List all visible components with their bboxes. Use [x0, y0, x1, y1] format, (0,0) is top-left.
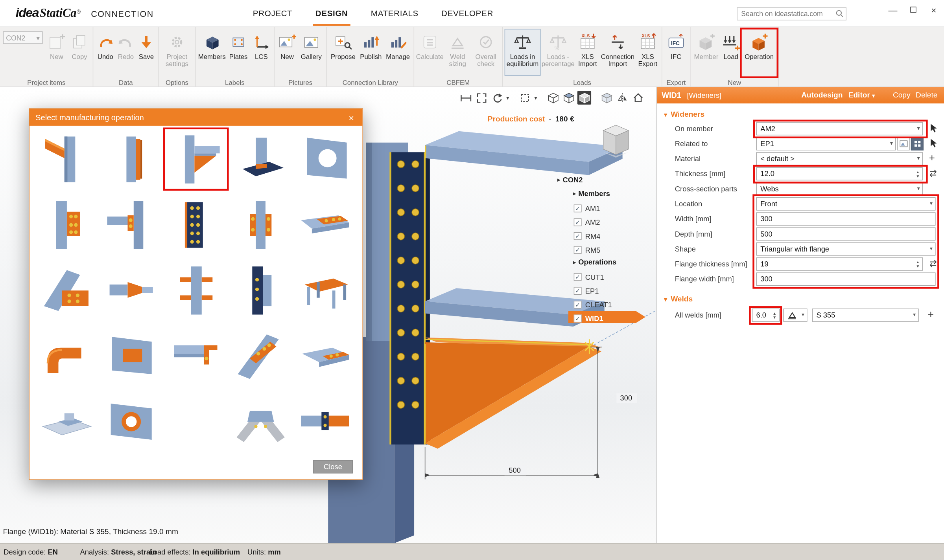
ribbon-propose-button[interactable]: Propose — [329, 29, 358, 75]
related-to-dropdown[interactable]: EP1▾ — [756, 137, 896, 151]
ribbon-xls-import-button[interactable]: XLS XLS Import — [575, 29, 599, 75]
related-picture-button[interactable] — [897, 137, 910, 151]
operation-thumbnail-connecting-plate[interactable] — [37, 196, 96, 253]
mirror-view-icon[interactable] — [615, 91, 629, 105]
rotate-view-dropdown-icon[interactable]: ▾ — [506, 95, 509, 101]
ribbon-new-picture-button[interactable]: New — [277, 29, 298, 75]
weld-type-dropdown[interactable]: ▾ — [783, 308, 807, 322]
ribbon-gallery-button[interactable]: Gallery — [298, 29, 324, 75]
spinner-arrows-icon[interactable]: ▲▼ — [914, 258, 922, 270]
member-checkbox[interactable]: ✓ — [574, 232, 582, 240]
operation-thumbnail-bend[interactable] — [37, 327, 96, 384]
tree-root[interactable]: CON2 — [562, 175, 583, 184]
rotate-view-icon[interactable] — [490, 91, 504, 105]
copy-operation-button[interactable]: Copy — [893, 91, 911, 99]
ribbon-weld-sizing-button[interactable]: Weld sizing — [444, 29, 471, 75]
delete-operation-button[interactable]: Delete — [916, 91, 937, 99]
menu-materials[interactable]: MATERIALS — [371, 0, 419, 27]
operation-thumbnail-diagonal-plate[interactable] — [231, 327, 291, 384]
operation-thumbnail-cleat[interactable] — [101, 196, 161, 253]
view-solid-icon[interactable] — [577, 91, 591, 105]
pick-related-pointer-icon[interactable] — [928, 137, 939, 149]
ribbon-calculate-button[interactable]: Calculate — [416, 29, 444, 75]
operation-thumbnail-widener[interactable] — [166, 130, 226, 187]
search-input[interactable] — [741, 8, 832, 19]
thickness-spinner[interactable]: 12.0▲▼ — [756, 167, 923, 181]
ribbon-redo-button[interactable]: Redo — [116, 29, 136, 75]
wideners-section-header[interactable]: ▾Wideners — [664, 110, 704, 118]
welds-section-header[interactable]: ▾Welds — [664, 295, 693, 303]
menu-project[interactable]: PROJECT — [253, 0, 293, 27]
tree-members-header[interactable]: Members — [578, 189, 610, 197]
ribbon-operation-button[interactable]: Operation — [742, 29, 777, 75]
on-member-dropdown[interactable]: AM2▾ — [756, 122, 923, 136]
ribbon-loads-in-equilibrium-button[interactable]: Loads in equilibrium — [505, 29, 541, 75]
tree-operation-item[interactable]: CLEAT1 — [585, 301, 612, 309]
section-view-dropdown-icon[interactable]: ▾ — [534, 95, 537, 101]
ribbon-connection-import-button[interactable]: Connection Import — [599, 29, 636, 75]
connection-selector[interactable]: CON2▾ — [3, 31, 43, 44]
search-box[interactable] — [737, 7, 846, 20]
member-checkbox[interactable]: ✓ — [574, 218, 582, 226]
section-view-icon[interactable] — [518, 91, 532, 105]
operation-thumbnail-cone[interactable] — [101, 262, 161, 319]
view-shaded-icon[interactable] — [562, 91, 575, 105]
depth-input[interactable]: 500 — [756, 228, 935, 241]
flange-thickness-spinner[interactable]: 19▲▼ — [756, 257, 923, 271]
minimize-button[interactable]: — — [883, 0, 903, 19]
member-checkbox[interactable]: ✓ — [574, 246, 582, 254]
dialog-close-button[interactable]: Close — [313, 460, 353, 474]
tree-operations-header[interactable]: Operations — [578, 258, 616, 266]
ribbon-copy-item-button[interactable]: Copy — [68, 29, 91, 75]
all-welds-spinner[interactable]: 6.0▲▼ — [752, 308, 780, 322]
operation-thumbnail-stiffening-plates[interactable] — [231, 262, 291, 319]
operation-thumbnail-base-plate[interactable] — [231, 130, 291, 187]
operation-thumbnail-fin-plate[interactable] — [166, 196, 226, 253]
operation-thumbnail-cut-of-member[interactable] — [37, 130, 96, 187]
operation-thumbnail-braces[interactable] — [231, 393, 291, 450]
operation-thumbnail-angle-cleat[interactable] — [166, 327, 226, 384]
swap-flange-thickness-icon[interactable] — [928, 257, 939, 270]
spinner-arrows-icon[interactable]: ▲▼ — [914, 168, 922, 180]
menu-developer[interactable]: DEVELOPER — [441, 0, 493, 27]
operation-checkbox[interactable]: ✓ — [574, 273, 582, 281]
spinner-arrows-icon[interactable]: ▲▼ — [771, 309, 778, 321]
view-transparent-icon[interactable] — [600, 91, 614, 105]
operation-thumbnail-rib[interactable] — [166, 262, 226, 319]
zoom-fit-icon[interactable] — [474, 91, 488, 105]
cross-section-parts-dropdown[interactable]: Webs▾ — [756, 182, 923, 196]
ribbon-plates-labels-button[interactable]: Plates — [227, 29, 251, 75]
swap-thickness-icon[interactable] — [928, 167, 939, 180]
operation-thumbnail-circular-opening[interactable] — [295, 130, 355, 187]
operation-thumbnail-gusset-plate[interactable] — [37, 262, 96, 319]
add-weld-button[interactable]: + — [928, 308, 934, 321]
operation-thumbnail-overlap-plate[interactable] — [295, 327, 355, 384]
operation-checkbox[interactable]: ✓ — [574, 287, 582, 295]
ribbon-ifc-button[interactable]: IFC IFC — [664, 29, 688, 75]
member-checkbox[interactable]: ✓ — [574, 204, 582, 212]
ribbon-save-button[interactable]: Save — [136, 29, 157, 75]
tree-expander-icon[interactable]: ▸ — [573, 190, 576, 196]
operation-thumbnail-splice-plates[interactable] — [231, 196, 291, 253]
maximize-button[interactable] — [903, 0, 924, 19]
search-icon[interactable] — [835, 9, 843, 19]
operation-thumbnail-rect-opening[interactable] — [101, 327, 161, 384]
operation-thumbnail-beam-splice[interactable] — [295, 393, 355, 450]
operation-thumbnail-tube-opening[interactable] — [101, 393, 161, 450]
measure-icon[interactable] — [459, 91, 472, 105]
operation-thumbnail-cover-plate[interactable] — [295, 196, 355, 253]
ribbon-manage-button[interactable]: Manage — [384, 29, 412, 75]
dialog-close-icon[interactable]: × — [346, 112, 356, 122]
tree-expander-icon[interactable]: ▸ — [557, 176, 560, 182]
width-input[interactable]: 300 — [756, 212, 935, 226]
home-view-icon[interactable] — [631, 91, 645, 105]
tree-member-item[interactable]: RM5 — [585, 246, 601, 254]
tree-operation-item[interactable]: CUT1 — [585, 273, 604, 281]
ribbon-loads-percentage-button[interactable]: % Loads - percentage — [540, 29, 575, 75]
ribbon-undo-button[interactable]: Undo — [95, 29, 116, 75]
shape-dropdown[interactable]: Triangular with flange▾ — [756, 242, 935, 256]
weld-material-dropdown[interactable]: S 355▾ — [812, 308, 919, 322]
operation-thumbnail-base-grid[interactable] — [37, 393, 96, 450]
operation-checkbox[interactable]: ✓ — [574, 315, 582, 323]
tree-expander-icon[interactable]: ▸ — [573, 259, 576, 265]
